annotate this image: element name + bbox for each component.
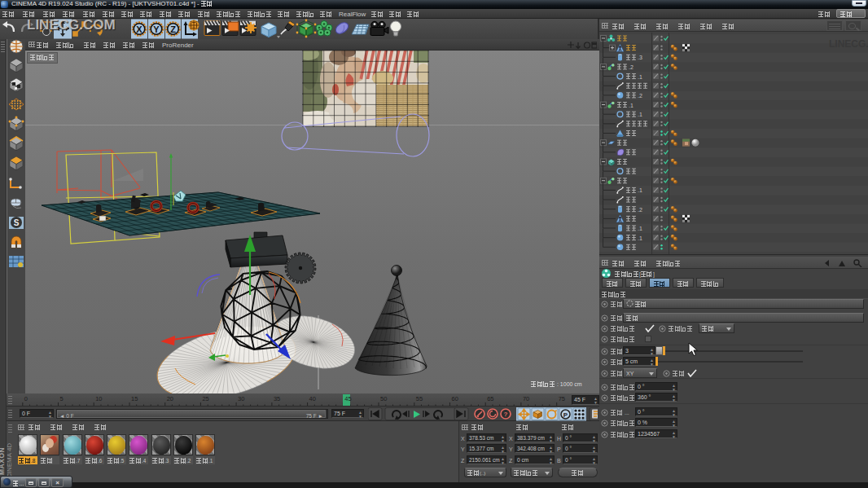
svg-text:5: 5 — [60, 395, 64, 402]
svg-text:.1: .1 — [638, 187, 642, 193]
svg-text:Z: Z — [170, 24, 176, 34]
svg-text:55: 55 — [416, 395, 423, 402]
svg-text:10: 10 — [95, 395, 102, 402]
svg-text:35: 35 — [274, 395, 280, 402]
svg-text:20: 20 — [167, 395, 173, 402]
svg-text:Y: Y — [153, 24, 160, 34]
svg-text:25: 25 — [202, 395, 208, 402]
svg-text:.1: .1 — [638, 74, 642, 80]
svg-text:.1: .1 — [629, 103, 633, 108]
svg-text:.3: .3 — [638, 55, 642, 60]
svg-text:.2: .2 — [638, 93, 642, 99]
svg-text:.1: .1 — [638, 235, 642, 241]
svg-text:.1: .1 — [638, 226, 642, 231]
svg-text:X: X — [136, 24, 142, 34]
svg-text:40: 40 — [309, 395, 316, 402]
svg-text:65: 65 — [487, 395, 493, 402]
svg-text:P: P — [563, 411, 568, 419]
svg-text:?: ? — [504, 411, 508, 418]
svg-text:15: 15 — [131, 395, 138, 402]
svg-text:70: 70 — [523, 395, 529, 402]
svg-text:.2: .2 — [638, 207, 642, 213]
svg-text:30: 30 — [238, 395, 244, 402]
svg-text:S: S — [14, 218, 20, 227]
svg-text:0: 0 — [24, 395, 28, 402]
svg-text:45: 45 — [344, 395, 351, 402]
svg-text:LINECG.C: LINECG.C — [829, 38, 868, 50]
svg-text:75: 75 — [559, 395, 565, 402]
svg-text:50: 50 — [380, 395, 387, 402]
svg-text:.1: .1 — [638, 112, 642, 117]
svg-text:.2: .2 — [629, 64, 633, 70]
svg-text:60: 60 — [452, 395, 458, 402]
